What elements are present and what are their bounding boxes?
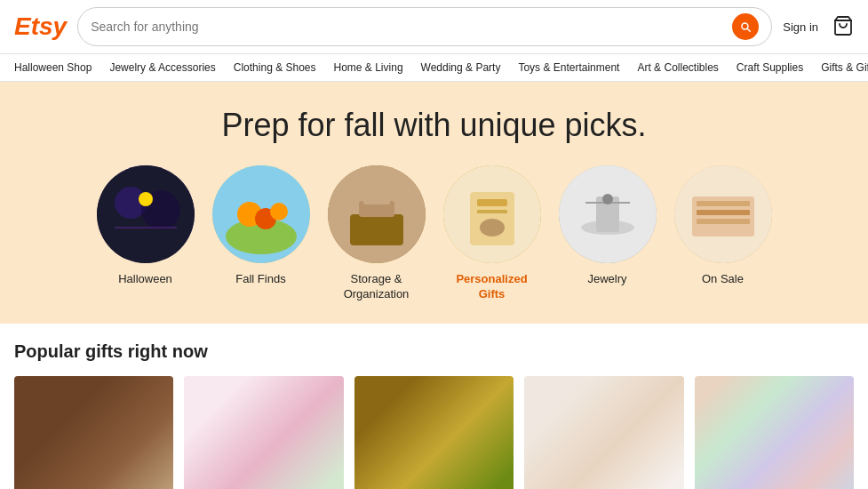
svg-rect-29 xyxy=(697,219,750,224)
popular-section: Popular gifts right now Anniversary Gift… xyxy=(0,324,868,489)
product-image-0 xyxy=(14,376,173,489)
category-item-4[interactable]: Jewelry xyxy=(559,165,657,302)
svg-rect-18 xyxy=(477,210,507,213)
svg-rect-27 xyxy=(697,201,750,206)
product-image-2 xyxy=(354,376,514,489)
svg-rect-28 xyxy=(697,210,750,215)
nav-item-0[interactable]: Halloween Shop xyxy=(14,60,92,76)
nav-item-8[interactable]: Gifts & Gift Cards xyxy=(821,60,868,76)
svg-point-10 xyxy=(270,203,288,220)
nav-item-6[interactable]: Art & Collectibles xyxy=(637,60,718,76)
category-label-5: On Sale xyxy=(702,272,744,287)
product-card-4[interactable]: Personalized Turkish Towel, personalized… xyxy=(695,376,854,489)
hero-banner: Prep for fall with unique picks. Hallowe… xyxy=(0,82,868,324)
product-card-1[interactable]: Birth Flower Birthday Gift Box, Personal… xyxy=(184,376,343,489)
category-label-0: Halloween xyxy=(118,272,172,287)
nav-item-4[interactable]: Wedding & Party xyxy=(421,60,501,76)
svg-rect-17 xyxy=(477,199,507,206)
nav-item-1[interactable]: Jewelry & Accessories xyxy=(109,60,215,76)
popular-section-title: Popular gifts right now xyxy=(14,341,854,362)
cart-icon[interactable] xyxy=(832,15,854,39)
product-image-3 xyxy=(524,376,683,489)
product-card-3[interactable]: Personalized Name Puzzle With Pegs, New … xyxy=(524,376,683,489)
nav-item-7[interactable]: Craft Supplies xyxy=(737,60,803,76)
product-thumbnail-1 xyxy=(184,376,343,489)
product-image-4 xyxy=(695,376,854,489)
hero-title: Prep for fall with unique picks. xyxy=(14,107,854,144)
category-label-2: Storage & Organization xyxy=(328,272,426,302)
product-thumbnail-0 xyxy=(14,376,173,489)
category-label-4: Jewelry xyxy=(587,272,626,287)
products-grid: Anniversary Gift for Him, Personalized W… xyxy=(14,376,854,489)
header-right: Sign in xyxy=(783,15,854,39)
category-label-3: Personalized Gifts xyxy=(443,272,541,302)
category-item-3[interactable]: Personalized Gifts xyxy=(443,165,541,302)
etsy-logo[interactable]: Etsy xyxy=(14,12,67,41)
product-card-0[interactable]: Anniversary Gift for Him, Personalized W… xyxy=(14,376,173,489)
product-thumbnail-3 xyxy=(524,376,683,489)
product-thumbnail-4 xyxy=(695,376,854,489)
svg-point-4 xyxy=(139,192,153,206)
category-item-1[interactable]: Fall Finds xyxy=(212,165,310,302)
nav-item-2[interactable]: Clothing & Shoes xyxy=(234,60,316,76)
header: Etsy Sign in xyxy=(0,0,868,54)
svg-point-24 xyxy=(602,194,613,204)
categories-row: HalloweenFall FindsStorage & Organizatio… xyxy=(14,165,854,302)
product-card-2[interactable]: Personalized Charcuterie Planks and Beer… xyxy=(354,376,514,489)
search-button[interactable] xyxy=(732,13,759,40)
category-label-1: Fall Finds xyxy=(235,272,285,287)
nav-item-5[interactable]: Toys & Entertainment xyxy=(518,60,619,76)
search-input[interactable] xyxy=(91,20,725,34)
svg-rect-14 xyxy=(363,194,390,204)
category-item-5[interactable]: On Sale xyxy=(674,165,772,302)
category-item-2[interactable]: Storage & Organization xyxy=(328,165,426,302)
svg-rect-12 xyxy=(350,214,403,245)
category-item-0[interactable]: Halloween xyxy=(97,165,195,302)
search-bar xyxy=(77,7,772,46)
search-icon xyxy=(739,20,752,33)
product-thumbnail-2 xyxy=(354,376,514,489)
nav-item-3[interactable]: Home & Living xyxy=(334,60,403,76)
svg-point-19 xyxy=(480,219,505,236)
product-image-1 xyxy=(184,376,343,489)
sign-in-link[interactable]: Sign in xyxy=(783,20,818,34)
main-nav: Halloween ShopJewelry & AccessoriesCloth… xyxy=(0,54,868,82)
